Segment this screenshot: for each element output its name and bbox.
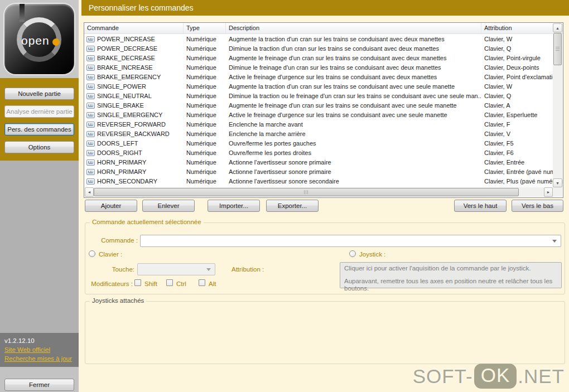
scroll-down-icon[interactable]: ▼ bbox=[553, 178, 562, 187]
commande-dropdown[interactable] bbox=[140, 235, 561, 247]
clavier-radio[interactable] bbox=[89, 250, 95, 257]
export-button[interactable]: Exporter... bbox=[266, 200, 319, 212]
command-name: BRAKE_EMERGENCY bbox=[97, 72, 161, 82]
table-row[interactable]: HORN_PRIMARY Numérique Actionne l'averti… bbox=[84, 158, 563, 167]
command-name: HORN_PRIMARY bbox=[97, 158, 146, 167]
options-button[interactable]: Options bbox=[4, 141, 74, 153]
table-row[interactable]: POWER_INCREASE Numérique Augmente la tra… bbox=[84, 35, 563, 44]
remove-button[interactable]: Enlever bbox=[142, 200, 195, 212]
joysticks-group-title: Joysticks attachés bbox=[90, 297, 146, 304]
command-type: Numérique bbox=[184, 110, 226, 120]
scroll-left-icon[interactable]: ◄ bbox=[85, 187, 94, 197]
command-attribution: Clavier, Entrée bbox=[481, 158, 563, 167]
column-header-type[interactable]: Type bbox=[184, 23, 226, 33]
horizontal-scrollbar[interactable]: ◄ ► bbox=[85, 187, 553, 197]
table-row[interactable]: SINGLE_POWER Numérique Augmente la tract… bbox=[84, 82, 563, 91]
table-row[interactable]: SINGLE_BRAKE Numérique Augmente le frein… bbox=[84, 101, 563, 110]
scroll-up-icon[interactable]: ▲ bbox=[553, 23, 562, 32]
command-name: POWER_INCREASE bbox=[97, 35, 155, 44]
table-row[interactable]: BRAKE_EMERGENCY Numérique Active le frei… bbox=[84, 72, 563, 82]
move-down-button[interactable]: Vers le bas bbox=[512, 200, 563, 212]
command-name: REVERSER_BACKWARD bbox=[97, 129, 170, 139]
command-description: Ouvre/ferme les portes gauches bbox=[226, 139, 481, 148]
chevron-down-icon bbox=[552, 240, 557, 243]
command-type: Numérique bbox=[184, 177, 226, 186]
customize-commands-button[interactable]: Pers. des commandes bbox=[4, 123, 74, 135]
keyboard-icon bbox=[86, 122, 95, 128]
table-row[interactable]: DOORS_LEFT Numérique Ouvre/ferme les por… bbox=[84, 139, 563, 148]
command-type: Numérique bbox=[184, 72, 226, 82]
keyboard-icon bbox=[86, 159, 95, 166]
joystick-acquisition-panel[interactable]: Cliquer ici pour activer l'aquisition de… bbox=[340, 262, 562, 288]
vertical-scrollbar[interactable]: ▲ ▼ bbox=[553, 23, 562, 187]
command-description: Augmente le freinage d'un cran sur les t… bbox=[226, 54, 481, 63]
table-row[interactable]: DOORS_RIGHT Numérique Ouvre/ferme les po… bbox=[84, 148, 563, 158]
command-description: Diminue la traction ou le freinage d'un … bbox=[226, 91, 481, 101]
move-up-button[interactable]: Vers le haut bbox=[454, 200, 507, 212]
selected-command-groupbox: Commande actuellement sélectionnée Comma… bbox=[85, 222, 565, 294]
command-description: Ouvre/ferme les portes droites bbox=[226, 148, 481, 158]
table-row[interactable]: BRAKE_DECREASE Numérique Augmente le fre… bbox=[84, 54, 563, 63]
table-row[interactable]: HORN_PRIMARY Numérique Actionne l'averti… bbox=[84, 167, 563, 177]
page-title: Personnaliser les commandes bbox=[81, 0, 569, 16]
keyboard-icon bbox=[86, 103, 95, 109]
table-header: Commande Type Description Attribution bbox=[84, 23, 563, 34]
table-row[interactable]: HORN_SECONDARY Numérique Actionne l'aver… bbox=[84, 177, 563, 186]
column-header-commande[interactable]: Commande bbox=[84, 23, 184, 33]
joystick-info-line1: Cliquer ici pour activer l'aquisition de… bbox=[344, 265, 557, 272]
new-game-button[interactable]: Nouvelle partie bbox=[4, 88, 74, 100]
table-row[interactable]: POWER_DECREASE Numérique Diminue la trac… bbox=[84, 44, 563, 54]
command-attribution: Clavier, Q bbox=[481, 44, 563, 54]
keyboard-icon bbox=[86, 178, 95, 185]
close-panel: Fermer bbox=[0, 367, 79, 392]
command-name: BRAKE_DECREASE bbox=[97, 54, 155, 63]
vertical-scrollbar-thumb[interactable] bbox=[553, 33, 562, 65]
table-row[interactable]: SINGLE_EMERGENCY Numérique Active le fre… bbox=[84, 110, 563, 120]
joystick-radio[interactable] bbox=[349, 250, 356, 257]
command-attribution: Clavier, Point d'exclamation bbox=[481, 72, 563, 82]
joysticks-groupbox: Joysticks attachés bbox=[85, 301, 565, 364]
keyboard-icon bbox=[86, 74, 95, 80]
command-attribution: Clavier, Entrée (pavé numér bbox=[481, 167, 563, 177]
ctrl-label: Ctrl bbox=[176, 280, 186, 287]
scrollbar-corner bbox=[553, 187, 562, 197]
shift-checkbox[interactable] bbox=[134, 279, 141, 286]
command-type: Numérique bbox=[184, 120, 226, 129]
scroll-right-icon[interactable]: ► bbox=[544, 187, 553, 197]
command-type: Numérique bbox=[184, 129, 226, 139]
nav-panel: Nouvelle partie Analyse dernière partie … bbox=[0, 78, 79, 161]
keyboard-icon bbox=[86, 131, 95, 137]
close-button[interactable]: Fermer bbox=[4, 379, 74, 391]
alt-checkbox[interactable] bbox=[199, 279, 205, 286]
command-rows: POWER_INCREASE Numérique Augmente la tra… bbox=[84, 35, 563, 187]
command-attribution: Clavier, W bbox=[481, 82, 563, 91]
command-type: Numérique bbox=[184, 158, 226, 167]
sidebar: open Nouvelle partie Analyse dernière pa… bbox=[0, 0, 79, 392]
command-type: Numérique bbox=[184, 54, 226, 63]
keyboard-icon bbox=[86, 112, 95, 118]
command-description: Diminue la traction d'un cran sur les tr… bbox=[226, 44, 481, 54]
column-header-description[interactable]: Description bbox=[226, 23, 481, 33]
add-button[interactable]: Ajouter bbox=[85, 200, 137, 212]
logo-orange-dot bbox=[52, 38, 60, 46]
check-updates-link[interactable]: Recherche mises à jour bbox=[4, 354, 79, 363]
command-name: HORN_PRIMARY bbox=[97, 167, 146, 177]
command-attribution: Clavier, F5 bbox=[481, 139, 563, 148]
horizontal-scrollbar-thumb[interactable] bbox=[94, 188, 519, 196]
command-type: Numérique bbox=[184, 101, 226, 110]
table-row[interactable]: SINGLE_NEUTRAL Numérique Diminue la trac… bbox=[84, 91, 563, 101]
command-description: Augmente le freinage d'un cran sur les t… bbox=[226, 101, 481, 110]
official-website-link[interactable]: Site Web officiel bbox=[4, 345, 79, 354]
ctrl-checkbox[interactable] bbox=[166, 279, 173, 286]
sidebar-spacer bbox=[0, 161, 79, 333]
joystick-label: Joystick : bbox=[359, 251, 385, 258]
table-row[interactable]: REVERSER_BACKWARD Numérique Enclenche la… bbox=[84, 129, 563, 139]
logo-stem bbox=[20, 4, 25, 22]
column-header-attribution[interactable]: Attribution bbox=[481, 23, 563, 33]
command-attribution: Clavier, Point-virgule bbox=[481, 54, 563, 63]
table-row[interactable]: BRAKE_INCREASE Numérique Diminue le frei… bbox=[84, 63, 563, 72]
table-row[interactable]: REVERSER_FORWARD Numérique Enclenche la … bbox=[84, 120, 563, 129]
touche-dropdown[interactable] bbox=[137, 263, 215, 275]
commande-label: Commande : bbox=[85, 237, 138, 244]
import-button[interactable]: Importer... bbox=[208, 200, 260, 212]
